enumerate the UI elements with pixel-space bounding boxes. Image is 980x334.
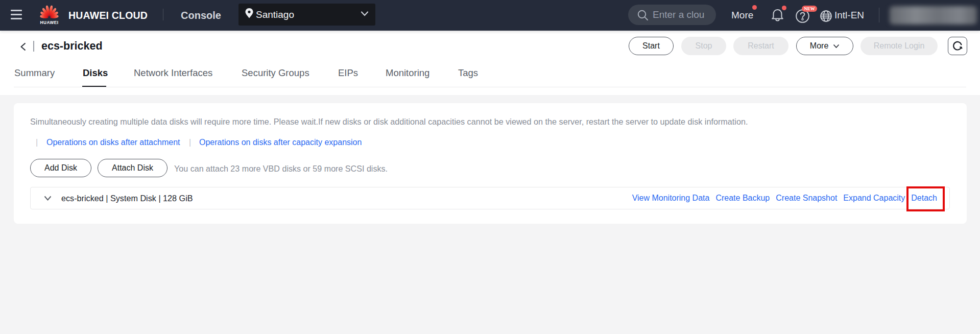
svg-text:HUAWEI: HUAWEI	[40, 20, 58, 25]
